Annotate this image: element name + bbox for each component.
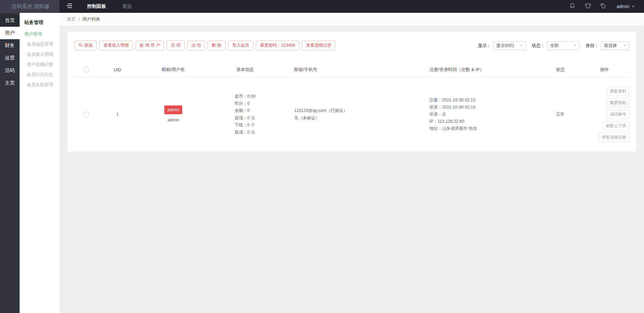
sidebar-item-home[interactable]: 首页 [0,14,20,27]
sidebar-item-settings[interactable]: 设置 [0,52,20,64]
status-select[interactable]: 全部 ▼ [547,41,579,50]
geo-address: 地址：山东省济南市 电信 [429,125,541,132]
basic-commission: 提成：0 元 [235,128,256,136]
app-logo: 活码系统 团队版 [0,0,59,13]
user-list-card: 搜索 查看收入明细 新 增 用 户 启 用 冻 结 删 除 导入会员 重置密码：… [68,32,636,151]
header-register-login: 注册/登录时间（次数 & IP） [429,63,541,77]
reset-password-row-button[interactable]: 重置密码 [607,98,629,107]
add-user-button[interactable]: 新 增 用 户 [136,41,164,50]
view-income-button[interactable]: 查看收入明细 [99,41,133,50]
basic-points: 积分：0 [235,100,256,107]
role-badge: admin [164,105,182,115]
table-header-row: UID 昵称/用户名 基本信息 邮箱/手机号 注册/登录时间（次数 & IP） … [74,63,629,77]
header-uid: UID [98,63,137,77]
chevron-down-icon: ▼ [623,44,626,47]
sidebar-item-finance[interactable]: 财务 [0,39,20,52]
filter-label-role: 身份： [586,43,599,49]
filter-label-status: 状态： [532,43,545,49]
theme-button[interactable] [580,0,596,13]
search-icon [78,43,82,48]
submenu-item-user-mgmt[interactable]: 用户管理 [20,29,59,39]
select-all-checkbox[interactable] [84,67,89,72]
header-status: 状态 [541,63,580,77]
enable-button[interactable]: 启 用 [167,41,184,50]
rows-per-page-select[interactable]: 显示50行 ▼ [493,41,526,50]
breadcrumb-home-link[interactable]: 首页 [67,16,76,22]
filters: 显示： 显示50行 ▼ 状态： 全部 ▼ 身份： 请选择 [478,41,629,50]
filter-label-rows: 显示： [478,43,491,49]
top-nav-dashboard[interactable]: 控制面板 [79,0,114,13]
sidebar-toggle-button[interactable] [59,0,79,13]
tag-icon [600,3,606,10]
sidebar-item-livecode[interactable]: 活码 [0,64,20,77]
sidebar-item-homepage[interactable]: 主页 [0,77,20,89]
toolbar-buttons: 搜索 查看收入明细 新 增 用 户 启 用 冻 结 删 除 导入会员 重置密码：… [74,41,338,50]
submenu-item-member-income[interactable]: 会员收入明细 [20,49,59,59]
username-text: admin [137,117,210,123]
user-table: UID 昵称/用户名 基本信息 邮箱/手机号 注册/登录时间（次数 & IP） … [74,63,629,152]
toolbar: 搜索 查看收入明细 新 增 用 户 启 用 冻 结 删 除 导入会员 重置密码：… [74,41,629,50]
submenu-item-title-mgmt[interactable]: 会员头衔管理 [20,80,59,90]
topbar: 活码系统 团队版 控制面板 前台 [0,0,644,13]
chevron-down-icon: ▼ [520,44,523,47]
tshirt-icon [585,3,591,10]
basic-withdraw: 提现：0 元 [235,114,256,121]
breadcrumb: 首页 / 用户列表 [59,13,644,26]
view-profile-button[interactable]: 查看资料 [607,87,629,96]
role-select[interactable]: 请选择 ▼ [601,41,629,50]
phone-text: 无（未验证） [294,114,429,121]
top-nav-frontend[interactable]: 前台 [114,0,140,13]
menu-icon [66,3,72,9]
cell-register-login: 注册：2021-10-30 02:13 登录：2021-10-30 02:13 … [429,77,541,151]
ip-address: IP：113.128.22.60 [429,118,541,125]
submenu-item-member-info[interactable]: 会员信息管理 [20,39,59,49]
header-basic-info: 基本信息 [210,63,281,77]
cell-basic-info: 金币：0.00 积分：0 余额：0 提现：0 元 下线：0 个 提成：0 元 [210,77,281,151]
cell-actions: 查看资料 重置密码 冻结账号 刷新上下级 查看违规记录 [580,77,629,151]
basic-downline: 下线：0 个 [235,121,256,128]
notifications-button[interactable] [565,0,580,13]
cell-contact: 123123@qq.com（已验证） 无（未验证） [281,77,429,151]
basic-gold: 金币：0.00 [235,93,256,100]
header-nickname: 昵称/用户名 [137,63,210,77]
submenu-header-site-mgmt[interactable]: 站务管理 [20,17,59,29]
view-violations-row-button[interactable]: 查看违规记录 [599,133,629,142]
view-violations-button[interactable]: 查看违规记录 [302,41,335,50]
user-name: admin [617,4,629,9]
refresh-hierarchy-button[interactable]: 刷新上下级 [603,121,629,130]
freeze-account-button[interactable]: 冻结账号 [607,110,629,119]
reset-password-button[interactable]: 重置密码：123456 [256,41,299,50]
sidebar-rail: 首页 用户 财务 设置 活码 主页 [0,13,20,313]
row-checkbox[interactable] [84,112,89,117]
chevron-down-icon: ▼ [632,5,635,8]
chevron-down-icon: ▼ [574,44,576,47]
email-text: 123123@qq.com（已验证） [294,107,429,114]
tags-button[interactable] [596,0,611,13]
delete-button[interactable]: 删 除 [208,41,225,50]
register-time: 注册：2021-10-30 02:13 [429,96,541,103]
breadcrumb-current: 用户列表 [82,16,100,22]
status-text: 正常 [541,77,580,151]
cell-nickname: admin admin [137,77,210,151]
top-nav: 控制面板 前台 [79,0,140,13]
import-members-button[interactable]: 导入会员 [228,41,253,50]
topbar-right: admin ▼ [565,0,644,13]
submenu-item-behavior-log[interactable]: 会员行为日志 [20,70,59,80]
breadcrumb-separator: / [78,17,80,22]
header-contact: 邮箱/手机号 [281,63,429,77]
sidebar-submenu: 站务管理 用户管理 会员信息管理 会员收入明细 用户违规记录 会员行为日志 会员… [20,13,59,313]
login-count: 登录：次 [429,111,541,118]
bell-icon [570,3,575,10]
login-time: 登录：2021-10-30 02:13 [429,103,541,111]
header-actions: 操作 [580,63,629,77]
cell-uid: 1 [98,77,137,151]
basic-balance: 余额：0 [235,107,256,114]
sidebar-item-users[interactable]: 用户 [0,27,20,39]
search-button[interactable]: 搜索 [74,41,97,50]
submenu-item-violation-records[interactable]: 用户违规记录 [20,59,59,70]
freeze-button[interactable]: 冻 结 [187,41,205,50]
table-row: 1 admin admin 金币：0.00 积分：0 余额：0 提现 [74,77,629,151]
user-dropdown[interactable]: admin ▼ [611,4,638,9]
